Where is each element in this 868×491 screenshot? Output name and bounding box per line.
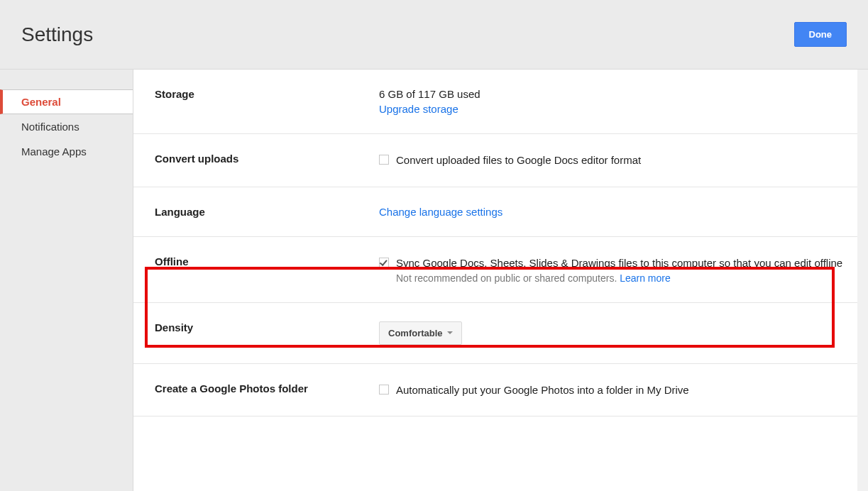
setting-label-offline: Offline: [155, 255, 379, 284]
setting-row-language: Language Change language settings: [133, 187, 868, 237]
setting-value-convert-uploads: Convert uploaded files to Google Docs ed…: [379, 153, 847, 168]
page-title: Settings: [21, 23, 93, 46]
dropdown-arrow-icon: [447, 331, 453, 334]
main-area: General Notifications Manage Apps Storag…: [0, 70, 868, 491]
convert-uploads-checkbox-label: Convert uploaded files to Google Docs ed…: [396, 153, 641, 168]
setting-label-convert-uploads: Convert uploads: [155, 153, 379, 168]
offline-helper-text: Not recommended on public or shared comp…: [396, 272, 842, 284]
convert-uploads-checkbox[interactable]: [379, 155, 389, 165]
setting-label-density: Density: [155, 321, 379, 345]
setting-row-density: Density Comfortable: [133, 303, 868, 364]
setting-value-photos-folder: Automatically put your Google Photos int…: [379, 382, 847, 398]
settings-content: Storage 6 GB of 117 GB used Upgrade stor…: [133, 70, 868, 438]
settings-header: Settings Done: [0, 0, 868, 70]
done-button[interactable]: Done: [794, 22, 847, 47]
convert-uploads-checkbox-row: Convert uploaded files to Google Docs ed…: [379, 153, 847, 168]
setting-row-photos-folder: Create a Google Photos folder Automatica…: [133, 364, 868, 417]
setting-value-language: Change language settings: [379, 206, 847, 218]
offline-text-group: Sync Google Docs, Sheets, Slides & Drawi…: [396, 255, 842, 284]
offline-helper-message: Not recommended on public or shared comp…: [396, 272, 620, 284]
photos-folder-checkbox-label: Automatically put your Google Photos int…: [396, 382, 689, 398]
setting-row-storage: Storage 6 GB of 117 GB used Upgrade stor…: [133, 70, 868, 134]
sidebar-item-label: General: [21, 96, 61, 108]
setting-value-density: Comfortable: [379, 321, 847, 345]
sidebar-item-label: Notifications: [21, 121, 79, 133]
settings-sidebar: General Notifications Manage Apps: [0, 70, 133, 491]
setting-label-photos-folder: Create a Google Photos folder: [155, 382, 379, 398]
setting-row-convert-uploads: Convert uploads Convert uploaded files t…: [133, 134, 868, 187]
photos-folder-checkbox[interactable]: [379, 385, 389, 395]
setting-value-offline: Sync Google Docs, Sheets, Slides & Drawi…: [379, 255, 847, 284]
sidebar-item-manage-apps[interactable]: Manage Apps: [0, 139, 133, 164]
sidebar-item-notifications[interactable]: Notifications: [0, 114, 133, 139]
setting-label-storage: Storage: [155, 88, 379, 115]
offline-checkbox-label: Sync Google Docs, Sheets, Slides & Drawi…: [396, 255, 842, 271]
sidebar-item-label: Manage Apps: [21, 145, 87, 158]
setting-label-language: Language: [155, 206, 379, 218]
sidebar-item-general[interactable]: General: [0, 89, 133, 114]
offline-checkbox-row: Sync Google Docs, Sheets, Slides & Drawi…: [379, 255, 847, 284]
content-wrapper: Storage 6 GB of 117 GB used Upgrade stor…: [133, 70, 868, 491]
density-dropdown[interactable]: Comfortable: [379, 321, 462, 345]
offline-checkbox[interactable]: [379, 258, 389, 267]
setting-value-storage: 6 GB of 117 GB used Upgrade storage: [379, 88, 847, 115]
storage-usage-text: 6 GB of 117 GB used: [379, 88, 847, 100]
setting-row-offline: Offline Sync Google Docs, Sheets, Slides…: [133, 237, 868, 303]
photos-folder-checkbox-row: Automatically put your Google Photos int…: [379, 382, 847, 398]
offline-learn-more-link[interactable]: Learn more: [620, 272, 671, 284]
density-dropdown-value: Comfortable: [388, 328, 443, 338]
scrollbar[interactable]: [857, 70, 868, 491]
upgrade-storage-link[interactable]: Upgrade storage: [379, 103, 458, 115]
change-language-link[interactable]: Change language settings: [379, 206, 502, 218]
